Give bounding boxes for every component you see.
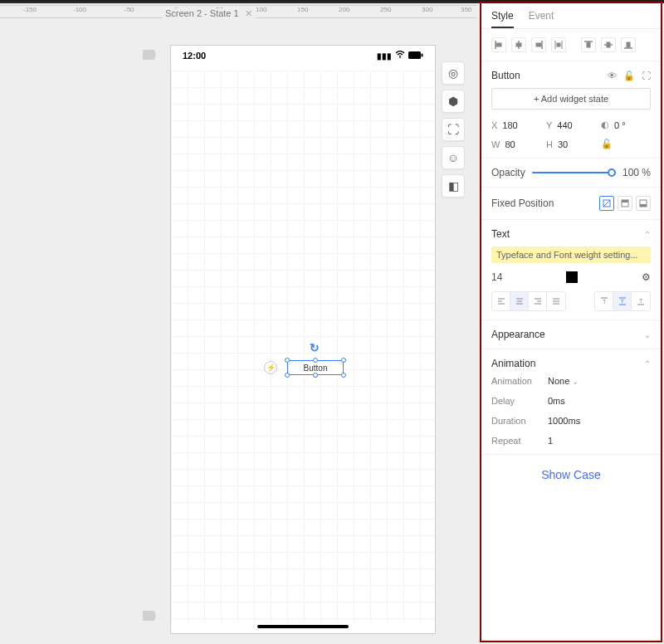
tab-event[interactable]: Event <box>529 10 554 28</box>
text-valign-middle-icon[interactable]: T <box>613 292 632 310</box>
lock-aspect-icon[interactable]: 🔓 <box>601 139 613 149</box>
distribute-h-icon[interactable] <box>551 37 566 52</box>
resize-handle[interactable] <box>285 373 290 378</box>
text-align-center-icon[interactable] <box>510 292 529 310</box>
element-header-section: Button 👁 🔓 ⛶ + Add widget state X180 Y44… <box>481 61 661 159</box>
w-value[interactable]: 80 <box>505 139 515 149</box>
resize-handle[interactable] <box>285 358 290 363</box>
appearance-title: Appearance <box>491 329 545 340</box>
align-hcenter-icon[interactable] <box>511 37 526 52</box>
home-indicator <box>257 625 349 628</box>
fixed-label: Fixed Position <box>491 198 554 209</box>
resize-handle[interactable] <box>341 358 346 363</box>
ruler-tick: -100 <box>73 6 86 13</box>
text-section: Text ⌃ Typeface and Font weight setting.… <box>481 220 661 320</box>
fixed-bottom-icon[interactable] <box>636 196 651 211</box>
animation-section: Animation ⌃ Animation None ⌄ Delay 0ms D… <box>481 349 661 455</box>
text-align-left-icon[interactable] <box>492 292 510 310</box>
visibility-icon[interactable]: 👁 <box>608 71 617 81</box>
svg-rect-23 <box>640 204 647 207</box>
svg-line-19 <box>603 200 610 207</box>
text-align-justify-icon[interactable] <box>547 292 565 310</box>
opacity-label: Opacity <box>491 167 525 178</box>
opacity-slider[interactable] <box>532 172 616 173</box>
ruler-tick: 350 <box>461 6 471 13</box>
anim-delay-value[interactable]: 0ms <box>548 396 651 406</box>
status-time: 12:00 <box>183 51 206 61</box>
text-valign-bottom-icon[interactable]: T <box>632 292 650 310</box>
ruler-tick: 300 <box>422 6 432 13</box>
position-grid: X180 Y440 ◐0 ° W80 H30 🔓 <box>491 120 651 149</box>
anim-type-label: Animation <box>491 376 541 386</box>
font-size-value[interactable]: 14 <box>491 271 502 283</box>
anim-type-value[interactable]: None ⌄ <box>548 376 651 386</box>
svg-rect-8 <box>536 43 541 46</box>
resize-handle[interactable] <box>313 373 318 378</box>
svg-rect-4 <box>496 43 501 46</box>
chevron-down-icon[interactable]: ⌄ <box>644 330 651 339</box>
frame-tool-icon[interactable]: ⛶ <box>442 118 465 141</box>
lock-icon[interactable]: 🔓 <box>623 71 635 81</box>
screen-tab[interactable]: Screen 2 - State 1 ✕ <box>162 8 256 19</box>
chevron-up-icon[interactable]: ⌃ <box>644 230 651 239</box>
canvas[interactable]: 12:00 ▮▮▮ ↻ ⚡ Button ◎ ⬢ <box>0 20 477 644</box>
rotate-icon[interactable]: ↻ <box>310 341 320 354</box>
opacity-value[interactable]: 100 % <box>622 167 651 178</box>
layout-tool-icon[interactable]: ◧ <box>442 174 465 198</box>
alignment-row <box>481 29 661 61</box>
align-left-icon[interactable] <box>491 37 506 52</box>
ruler-tick: -150 <box>23 6 37 13</box>
fixed-top-icon[interactable] <box>618 196 632 211</box>
chevron-up-icon[interactable]: ⌃ <box>644 359 651 368</box>
interaction-icon[interactable]: ⚡ <box>264 361 277 374</box>
svg-rect-13 <box>587 42 590 47</box>
slider-thumb[interactable] <box>608 168 616 177</box>
x-value[interactable]: 180 <box>502 120 517 130</box>
panel-tabs: Style Event <box>481 3 661 29</box>
h-value[interactable]: 30 <box>558 139 568 149</box>
fixed-none-icon[interactable] <box>599 196 614 211</box>
gear-icon[interactable]: ⚙ <box>642 271 651 283</box>
expand-icon[interactable]: ⛶ <box>642 71 651 81</box>
h-label: H <box>546 139 553 149</box>
anim-duration-label: Duration <box>491 416 541 426</box>
status-icons: ▮▮▮ <box>377 51 423 61</box>
x-label: X <box>491 120 497 130</box>
showcase-button[interactable]: Show Case <box>481 455 661 495</box>
close-icon[interactable]: ✕ <box>245 8 252 18</box>
anim-duration-value[interactable]: 1000ms <box>548 416 651 426</box>
canvas-toolbar: ◎ ⬢ ⛶ ☺ ◧ <box>442 61 465 198</box>
properties-panel: Style Event Button 👁 🔓 ⛶ + Add widget st… <box>480 2 662 642</box>
align-vcenter-icon[interactable] <box>601 37 616 52</box>
ruler-tick: 150 <box>297 6 308 13</box>
align-top-icon[interactable] <box>581 37 596 52</box>
anim-repeat-value[interactable]: 1 <box>548 436 651 446</box>
cube-tool-icon[interactable]: ⬢ <box>442 90 465 113</box>
svg-text:T: T <box>621 299 624 304</box>
screen-marker-icon <box>143 50 156 60</box>
tab-style[interactable]: Style <box>491 10 514 28</box>
resize-handle[interactable] <box>341 373 346 378</box>
resize-handle[interactable] <box>313 358 318 363</box>
svg-rect-1 <box>408 51 421 59</box>
y-value[interactable]: 440 <box>557 120 572 130</box>
add-widget-state-button[interactable]: + Add widget state <box>491 88 651 110</box>
screen-tab-label: Screen 2 - State 1 <box>165 8 239 18</box>
angle-value[interactable]: 0 ° <box>614 120 626 130</box>
typeface-hint[interactable]: Typeface and Font weight setting... <box>491 246 651 263</box>
appearance-section[interactable]: Appearance ⌄ <box>481 320 661 349</box>
align-bottom-icon[interactable] <box>621 37 636 52</box>
svg-rect-15 <box>607 42 610 47</box>
text-align-right-icon[interactable] <box>529 292 547 310</box>
screen-marker-icon <box>143 611 156 621</box>
text-valign-top-icon[interactable]: T <box>595 292 613 310</box>
align-right-icon[interactable] <box>531 37 546 52</box>
text-color-swatch[interactable] <box>566 271 578 283</box>
battery-icon <box>408 51 423 61</box>
w-label: W <box>491 139 500 149</box>
emoji-tool-icon[interactable]: ☺ <box>442 146 465 169</box>
target-tool-icon[interactable]: ◎ <box>442 61 465 85</box>
anim-repeat-label: Repeat <box>491 436 541 446</box>
svg-text:T: T <box>603 299 607 305</box>
selected-button-widget[interactable]: Button <box>287 360 344 375</box>
